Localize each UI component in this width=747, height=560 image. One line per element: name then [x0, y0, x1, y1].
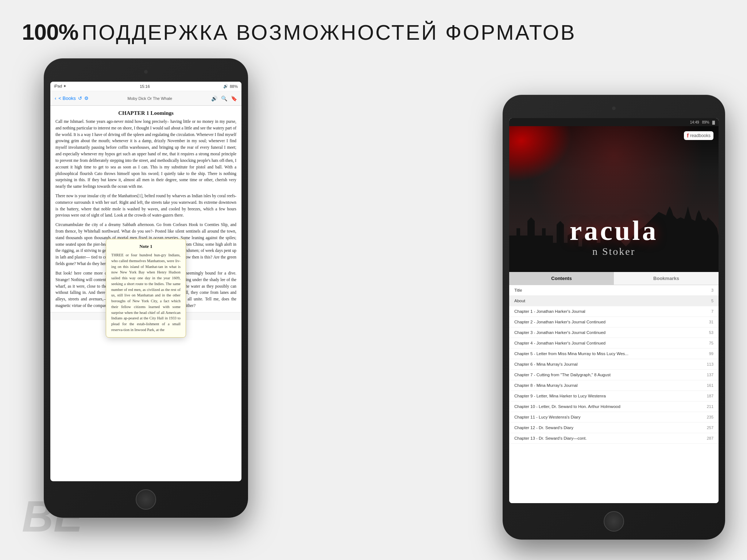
audio-icon[interactable]: 🔊 — [211, 96, 217, 101]
status-left-section: iPad ✦ — [54, 84, 66, 89]
toc-item[interactable]: Chapter 1 - Jonathan Harker's Journal7 — [509, 306, 719, 317]
toolbar-right-nav[interactable]: 🔊 🔍 🔖 — [211, 96, 237, 101]
ipad-body-right: 14:49 89% ▓ — [503, 95, 725, 540]
fbreader-logo: f readbooks — [684, 131, 713, 140]
toc-item[interactable]: Chapter 3 - Jonathan Harker's Journal Co… — [509, 327, 719, 338]
toolbar-left: ‹ < Books ↺ ⚙ Moby Dick Or The Whale 🔊 🔍… — [50, 91, 241, 106]
status-right-section: 🔊 88% — [223, 84, 238, 89]
para-1: Call me Ishmael. Some years ago-never mi… — [55, 118, 236, 190]
note-title: Note 1 — [111, 243, 181, 250]
toc-item[interactable]: Chapter 2 - Jonathan Harker's Journal Co… — [509, 317, 719, 327]
toc-item[interactable]: Chapter 8 - Mina Murray's Journal161 — [509, 380, 719, 391]
page-header: 100% ПОДДЕРЖКА ВОЗМОЖНОСТЕЙ ФОРМАТОВ — [22, 19, 576, 45]
toc-tabs[interactable]: Contents Bookmarks — [509, 272, 719, 285]
battery-right: 89% — [702, 120, 709, 124]
volume-icon: 🔊 — [223, 84, 228, 89]
note-popup: Note 1 THREE or four hundred hun-gry Ind… — [106, 239, 186, 338]
book-text-left: Call me Ishmael. Some years ago-never mi… — [50, 118, 241, 309]
battery-icon-right: ▓ — [712, 120, 715, 124]
note-text: THREE or four hundred hun-gry Indians, w… — [111, 252, 181, 333]
camera-left — [144, 70, 148, 74]
book-cover-area: f readbooks racula n Stoker — [509, 126, 719, 272]
tab-bookmarks[interactable]: Bookmarks — [614, 272, 719, 285]
toc-item[interactable]: Chapter 13 - Dr. Seward's Diary—cont.287 — [509, 433, 719, 444]
bookmark-icon[interactable]: 🔖 — [231, 96, 237, 101]
chapter-heading: CHAPTER 1 Loomings — [50, 106, 241, 118]
screen-right-inner: 14:49 89% ▓ — [509, 118, 719, 503]
toc-item[interactable]: Chapter 11 - Lucy Westenra's Diary235 — [509, 412, 719, 423]
toc-item[interactable]: Chapter 4 - Jonathan Harker's Journal Co… — [509, 338, 719, 349]
back-icon[interactable]: ‹ — [55, 96, 56, 101]
fbreader-icon: f — [687, 133, 689, 139]
toc-item[interactable]: Chapter 7 - Cutting from "The Dailygraph… — [509, 370, 719, 380]
toc-item[interactable]: Chapter 6 - Mina Murray's Journal113 — [509, 359, 719, 370]
toc-item[interactable]: Chapter 5 - Letter from Miss Mina Murray… — [509, 349, 719, 359]
camera-right — [612, 106, 616, 110]
book-title-left: Moby Dick Or The Whale — [128, 96, 173, 101]
book-author-stoker: n Stoker — [509, 246, 719, 257]
settings-icon[interactable]: ⚙ — [84, 96, 89, 101]
toc-item[interactable]: About5 — [509, 296, 719, 306]
toc-item[interactable]: Chapter 10 - Letter, Dr. Seward to Hon. … — [509, 401, 719, 412]
toc-area: Contents Bookmarks Title3About5Chapter 1… — [509, 272, 719, 503]
toc-item[interactable]: Chapter 12 - Dr. Seward's Diary257 — [509, 423, 719, 433]
fbreader-label: readbooks — [690, 133, 711, 138]
toolbar-left-nav[interactable]: ‹ < Books ↺ ⚙ — [55, 96, 89, 101]
toc-list: Title3About5Chapter 1 - Jonathan Harker'… — [509, 285, 719, 444]
screen-left: iPad ✦ 15:16 🔊 88% ‹ < Books ↺ ⚙ Moby Di… — [50, 82, 241, 481]
ipad-label: iPad ✦ — [54, 84, 66, 89]
back-label[interactable]: < Books — [58, 96, 76, 101]
toc-item[interactable]: Title3 — [509, 285, 719, 296]
ipad-body-left: iPad ✦ 15:16 🔊 88% ‹ < Books ↺ ⚙ Moby Di… — [44, 58, 248, 518]
header-normal: ПОДДЕРЖКА ВОЗМОЖНОСТЕЙ ФОРМАТОВ — [82, 20, 576, 44]
battery-left: 88% — [230, 84, 238, 89]
book-title-dracula: racula — [509, 217, 719, 244]
home-button-right[interactable] — [604, 511, 624, 532]
home-button-left[interactable] — [136, 489, 156, 510]
header-bold: 100% — [22, 19, 78, 45]
tab-contents[interactable]: Contents — [509, 272, 614, 285]
screen-right: 14:49 89% ▓ — [509, 118, 719, 503]
ipad-left: iPad ✦ 15:16 🔊 88% ‹ < Books ↺ ⚙ Moby Di… — [44, 58, 248, 518]
ipad-right: 14:49 89% ▓ — [503, 95, 725, 540]
toc-item[interactable]: Chapter 9 - Letter, Mina Harker to Lucy … — [509, 391, 719, 401]
time-left: 15:16 — [140, 84, 150, 89]
search-icon[interactable]: 🔍 — [221, 96, 227, 101]
status-bar-right: 14:49 89% ▓ — [509, 118, 719, 126]
reload-icon[interactable]: ↺ — [78, 96, 82, 101]
dracula-title: racula n Stoker — [509, 217, 719, 257]
status-bar-left: iPad ✦ 15:16 🔊 88% — [50, 82, 241, 91]
time-right: 14:49 — [690, 120, 699, 124]
para-2: There now is your insular city of the Ma… — [55, 193, 236, 219]
